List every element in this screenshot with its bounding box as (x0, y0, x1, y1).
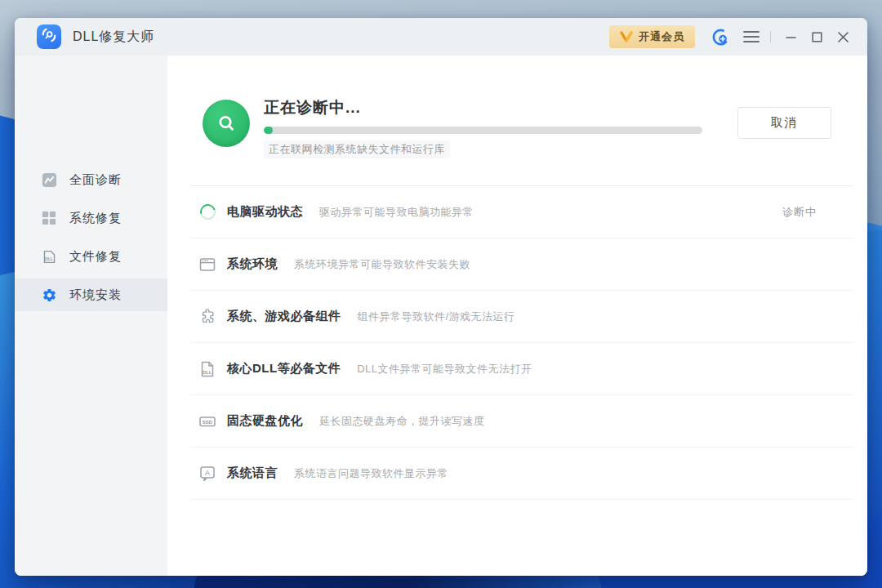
sidebar-item-label: 文件修复 (69, 249, 122, 265)
progress-fill (264, 127, 273, 134)
sidebar-item-file-repair[interactable]: DLL 文件修复 (15, 240, 167, 273)
svg-text:DLL: DLL (203, 370, 212, 375)
check-title: 系统、游戏必备组件 (227, 309, 341, 324)
minimize-icon[interactable] (777, 24, 804, 49)
diagnosis-header: 正在诊断中... 正在联网检测系统缺失文件和运行库 取消 (167, 56, 867, 186)
check-status: 诊断中 (782, 205, 853, 220)
grid-icon (41, 210, 57, 226)
app-title: DLL修复大师 (73, 29, 154, 46)
sidebar: 全面诊断 系统修复 DLL (15, 56, 167, 576)
dll-doc-icon: DLL (41, 248, 57, 265)
puzzle-icon (198, 308, 216, 326)
app-logo (37, 24, 61, 49)
language-icon: A (198, 465, 216, 483)
spinner-icon (198, 203, 216, 221)
cancel-button[interactable]: 取消 (737, 107, 831, 139)
sidebar-item-label: 系统修复 (69, 211, 122, 226)
titlebar: DLL修复大师 开通会员 (15, 18, 867, 56)
check-desc: 驱动异常可能导致电脑功能异常 (319, 205, 474, 220)
app-window: DLL修复大师 开通会员 (15, 18, 867, 576)
check-title: 核心DLL等必备文件 (227, 361, 341, 376)
check-desc: 系统环境异常可能导致软件安装失败 (294, 257, 470, 272)
sidebar-item-full-diagnosis[interactable]: 全面诊断 (15, 163, 167, 196)
check-desc: 延长固态硬盘寿命，提升读写速度 (319, 414, 485, 429)
check-list: 电脑驱动状态 驱动异常可能导致电脑功能异常 诊断中 系统 (167, 186, 867, 500)
vip-button-label: 开通会员 (639, 29, 684, 44)
maximize-icon[interactable] (804, 24, 830, 49)
wrench-search-icon (40, 26, 58, 47)
ssd-icon: SSD (198, 412, 216, 430)
titlebar-controls: 开通会员 (609, 24, 856, 49)
svg-text:SSD: SSD (203, 420, 213, 425)
check-row-ssd[interactable]: SSD 固态硬盘优化 延长固态硬盘寿命，提升读写速度 (190, 395, 853, 448)
diagnosis-status-text: 正在联网检测系统缺失文件和运行库 (264, 140, 450, 158)
search-icon (203, 100, 250, 147)
sidebar-item-environment-install[interactable]: 环境安装 (15, 278, 167, 311)
diagnosis-title: 正在诊断中... (264, 97, 702, 118)
check-row-system-language[interactable]: A 系统语言 系统语言问题导致软件显示异常 (190, 448, 853, 500)
check-title: 系统语言 (227, 466, 278, 481)
check-desc: 组件异常导致软件/游戏无法运行 (358, 310, 515, 324)
check-desc: 系统语言问题导致软件显示异常 (294, 466, 448, 481)
check-row-system-environment[interactable]: 系统环境 系统环境异常可能导致软件安装失败 (190, 238, 853, 291)
close-icon[interactable] (830, 24, 856, 49)
titlebar-separator (770, 31, 771, 42)
check-row-core-dll[interactable]: DLL 核心DLL等必备文件 DLL文件异常可能导致文件无法打开 (190, 343, 853, 395)
window-icon (198, 256, 216, 274)
chart-pulse-icon (41, 172, 57, 188)
sidebar-item-label: 全面诊断 (69, 172, 122, 188)
dll-file-icon: DLL (198, 360, 216, 378)
check-row-driver-status[interactable]: 电脑驱动状态 驱动异常可能导致电脑功能异常 诊断中 (190, 186, 853, 238)
menu-icon[interactable] (739, 24, 764, 49)
check-title: 电脑驱动状态 (227, 204, 303, 220)
sidebar-item-label: 环境安装 (69, 287, 122, 303)
main-panel: 正在诊断中... 正在联网检测系统缺失文件和运行库 取消 电脑驱动状态 驱动异常… (167, 56, 867, 576)
sidebar-item-system-repair[interactable]: 系统修复 (15, 202, 167, 234)
vip-button[interactable]: 开通会员 (609, 25, 695, 48)
check-desc: DLL文件异常可能导致文件无法打开 (357, 362, 532, 376)
check-title: 固态硬盘优化 (227, 413, 303, 429)
svg-text:DLL: DLL (44, 256, 52, 261)
svg-text:A: A (205, 469, 210, 477)
support-icon[interactable] (708, 24, 733, 49)
gear-icon (41, 287, 57, 303)
progress-bar (264, 127, 702, 134)
check-row-components[interactable]: 系统、游戏必备组件 组件异常导致软件/游戏无法运行 (190, 291, 853, 343)
check-title: 系统环境 (227, 256, 278, 272)
vip-v-icon (620, 31, 633, 42)
